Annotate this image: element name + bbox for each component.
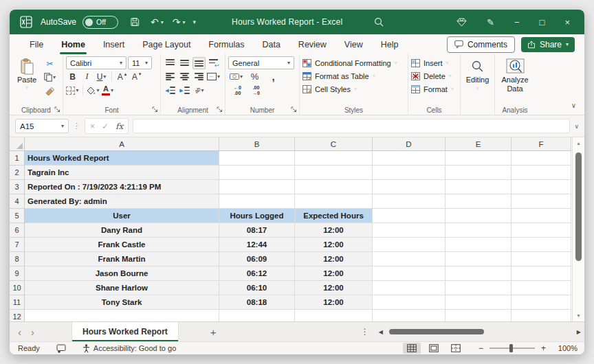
- cell-c9[interactable]: 12:00: [295, 266, 373, 281]
- editing-group[interactable]: Editing ▾: [461, 54, 495, 115]
- cell[interactable]: [512, 223, 571, 238]
- accessibility-status[interactable]: Accessibility: Good to go: [82, 344, 176, 353]
- zoom-in-button[interactable]: +: [541, 343, 546, 353]
- cell[interactable]: [512, 180, 571, 194]
- cell[interactable]: [512, 295, 571, 310]
- decrease-indent-button[interactable]: ◀: [164, 84, 177, 97]
- row-header[interactable]: 5: [10, 209, 25, 223]
- cell-a8[interactable]: Frank Martin: [25, 252, 219, 266]
- accounting-format-button[interactable]: ▾: [230, 71, 243, 83]
- feedback-pen-icon[interactable]: ✎: [487, 18, 494, 27]
- font-color-dropdown-icon[interactable]: ▾: [111, 87, 113, 93]
- comma-style-button[interactable]: ,: [267, 71, 280, 83]
- format-painter-button[interactable]: [43, 85, 56, 97]
- clipboard-dialog-launcher[interactable]: [54, 106, 60, 113]
- cell[interactable]: [295, 151, 373, 166]
- cell-a10[interactable]: Shane Harlow: [25, 281, 219, 295]
- zoom-slider-thumb[interactable]: [509, 344, 513, 352]
- cell[interactable]: [295, 180, 373, 194]
- cell[interactable]: [512, 194, 571, 209]
- cell-b11[interactable]: 08:18: [219, 295, 295, 310]
- cell[interactable]: [295, 194, 373, 209]
- cell[interactable]: [512, 151, 571, 166]
- horizontal-scrollbar[interactable]: [386, 326, 573, 337]
- cell-a1[interactable]: Hours Worked Report: [25, 151, 219, 166]
- row-header[interactable]: 10: [10, 281, 25, 295]
- tab-review[interactable]: Review: [289, 34, 336, 54]
- next-sheet-icon[interactable]: ›: [31, 322, 34, 341]
- gem-icon[interactable]: [456, 18, 467, 27]
- cell[interactable]: [373, 180, 446, 194]
- cell[interactable]: [295, 166, 373, 180]
- paste-dropdown-icon[interactable]: ▾: [25, 84, 28, 91]
- insert-function-icon[interactable]: fx: [116, 122, 123, 131]
- quick-access-menu-icon[interactable]: ▾: [193, 19, 197, 25]
- formula-bar-handle-icon[interactable]: ⋮: [73, 122, 80, 130]
- comments-button[interactable]: Comments: [447, 36, 515, 53]
- number-format-select[interactable]: General ▾: [228, 56, 294, 69]
- italic-button[interactable]: I: [80, 71, 94, 83]
- hscroll-right-icon[interactable]: ▶: [577, 329, 581, 335]
- macro-record-icon[interactable]: [56, 344, 66, 353]
- column-header-a[interactable]: A: [25, 137, 219, 151]
- merge-center-button[interactable]: ▾: [207, 71, 220, 83]
- tab-page-layout[interactable]: Page Layout: [133, 34, 199, 54]
- cell-a7[interactable]: Frank Castle: [25, 238, 219, 252]
- cell[interactable]: [373, 252, 446, 266]
- name-box[interactable]: A15 ▾: [15, 119, 69, 133]
- undo-dropdown-icon[interactable]: ▾: [161, 19, 164, 25]
- redo-dropdown-icon[interactable]: ▾: [183, 19, 186, 25]
- cell[interactable]: [219, 166, 295, 180]
- insert-cells-button[interactable]: Insert ▾: [411, 56, 457, 69]
- cell-b7[interactable]: 12:44: [219, 238, 295, 252]
- column-header-d[interactable]: D: [373, 137, 446, 151]
- row-header[interactable]: 6: [10, 223, 25, 238]
- cell-c5[interactable]: Expected Hours: [295, 209, 373, 223]
- alignment-dialog-launcher[interactable]: [217, 106, 223, 113]
- fill-color-button[interactable]: ▾: [87, 84, 100, 97]
- analyze-data-button[interactable]: Analyze Data: [498, 58, 531, 93]
- grow-font-button[interactable]: A▴: [116, 71, 129, 83]
- cell[interactable]: [446, 166, 512, 180]
- hscroll-left-icon[interactable]: ◀: [379, 329, 383, 335]
- bottom-align-button[interactable]: [192, 57, 206, 69]
- close-button[interactable]: ×: [564, 18, 570, 27]
- formula-bar-expand-icon[interactable]: ∨: [574, 123, 579, 130]
- cell-a3[interactable]: Reported On : 7/19/2023 4:21:19 PM: [25, 180, 219, 194]
- cell-b6[interactable]: 08:17: [219, 223, 295, 238]
- cell[interactable]: [446, 252, 512, 266]
- search-icon[interactable]: [374, 17, 384, 27]
- cell[interactable]: [373, 238, 446, 252]
- column-header-f[interactable]: F: [512, 137, 571, 151]
- copy-button[interactable]: ▾: [43, 71, 56, 83]
- row-header[interactable]: 4: [10, 194, 25, 209]
- autosave-toggle[interactable]: Off: [82, 16, 118, 29]
- accounting-dropdown-icon[interactable]: ▾: [240, 73, 243, 80]
- row-header[interactable]: 2: [10, 166, 25, 180]
- cell-c8[interactable]: 12:00: [295, 252, 373, 266]
- cell[interactable]: [373, 209, 446, 223]
- copy-dropdown-icon[interactable]: ▾: [53, 74, 56, 80]
- page-break-view-button[interactable]: [447, 343, 465, 354]
- tab-data[interactable]: Data: [253, 34, 289, 54]
- cell[interactable]: [512, 238, 571, 252]
- number-dialog-launcher[interactable]: [291, 106, 297, 113]
- increase-decimal-button[interactable]: ←0.00: [231, 84, 244, 97]
- cell[interactable]: [373, 281, 446, 295]
- enter-entry-icon[interactable]: ✓: [102, 122, 109, 131]
- select-all-corner[interactable]: [10, 137, 25, 151]
- sheet-tab-active[interactable]: Hours Worked Report: [72, 322, 179, 341]
- row-header[interactable]: 9: [10, 266, 25, 281]
- cell-c6[interactable]: 12:00: [295, 223, 373, 238]
- column-header-e[interactable]: E: [446, 137, 512, 151]
- vertical-scrollbar[interactable]: ▲ ▼: [572, 137, 584, 321]
- borders-button[interactable]: ▾: [66, 84, 79, 97]
- cell[interactable]: [373, 266, 446, 281]
- cell[interactable]: [512, 266, 571, 281]
- page-layout-view-button[interactable]: [425, 343, 443, 354]
- fill-color-dropdown-icon[interactable]: ▾: [96, 87, 99, 93]
- prev-sheet-icon[interactable]: ‹: [18, 322, 21, 341]
- tab-help[interactable]: Help: [372, 34, 408, 54]
- orientation-button[interactable]: ab▾: [192, 84, 206, 97]
- format-cells-button[interactable]: Format ▾: [411, 82, 457, 95]
